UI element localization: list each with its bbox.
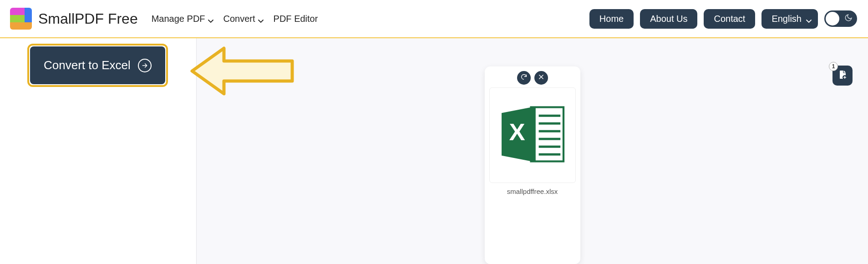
- chevron-down-icon: [258, 16, 264, 21]
- moon-icon: [844, 14, 853, 24]
- convert-button-highlight: Convert to Excel: [27, 44, 168, 87]
- nav-manage-pdf[interactable]: Manage PDF: [152, 14, 213, 24]
- file-count-badge: 1: [829, 62, 838, 71]
- nav-label: Manage PDF: [152, 14, 205, 24]
- nav-label: PDF Editor: [274, 14, 318, 24]
- remove-button[interactable]: [534, 71, 548, 85]
- convert-to-excel-button[interactable]: Convert to Excel: [30, 46, 165, 84]
- brand-block[interactable]: SmallPDF Free: [10, 8, 138, 30]
- logo-icon: [10, 8, 32, 30]
- chevron-down-icon: [208, 16, 213, 21]
- file-card: X smallpdffree.xlsx: [485, 66, 580, 264]
- close-icon: [538, 74, 544, 82]
- button-label: About Us: [650, 14, 687, 24]
- toggle-knob: [826, 12, 839, 25]
- language-select[interactable]: English: [761, 9, 818, 29]
- theme-toggle[interactable]: [824, 10, 857, 27]
- excel-icon: X: [494, 96, 571, 175]
- arrow-right-circle-icon: [138, 59, 152, 72]
- header-right: Home About Us Contact English: [589, 9, 857, 29]
- brand-title: SmallPDF Free: [38, 10, 138, 27]
- rotate-icon: [520, 73, 528, 82]
- chevron-down-icon: [806, 16, 812, 21]
- nav-pdf-editor[interactable]: PDF Editor: [274, 14, 318, 24]
- button-label: Contact: [714, 14, 745, 24]
- sidebar: Convert to Excel: [0, 38, 197, 264]
- contact-button[interactable]: Contact: [704, 9, 755, 29]
- file-actions: [517, 71, 548, 85]
- content-area: X smallpdffree.xlsx 1: [197, 38, 868, 264]
- file-plus-icon: [837, 69, 848, 82]
- rotate-button[interactable]: [517, 71, 531, 85]
- callout-arrow-icon: [183, 44, 301, 100]
- nav-label: Convert: [223, 14, 255, 24]
- about-button[interactable]: About Us: [640, 9, 697, 29]
- button-label: Home: [599, 14, 624, 24]
- header: SmallPDF Free Manage PDF Convert PDF Edi…: [0, 0, 868, 38]
- file-name: smallpdffree.xlsx: [507, 188, 558, 195]
- nav-convert[interactable]: Convert: [223, 14, 264, 24]
- language-label: English: [772, 14, 802, 24]
- button-label: Convert to Excel: [44, 58, 131, 72]
- add-file-button[interactable]: 1: [832, 66, 853, 86]
- main-area: Convert to Excel: [0, 38, 868, 264]
- file-thumbnail[interactable]: X: [489, 87, 576, 183]
- home-button[interactable]: Home: [589, 9, 634, 29]
- main-nav: Manage PDF Convert PDF Editor: [152, 14, 318, 24]
- svg-text:X: X: [509, 118, 525, 145]
